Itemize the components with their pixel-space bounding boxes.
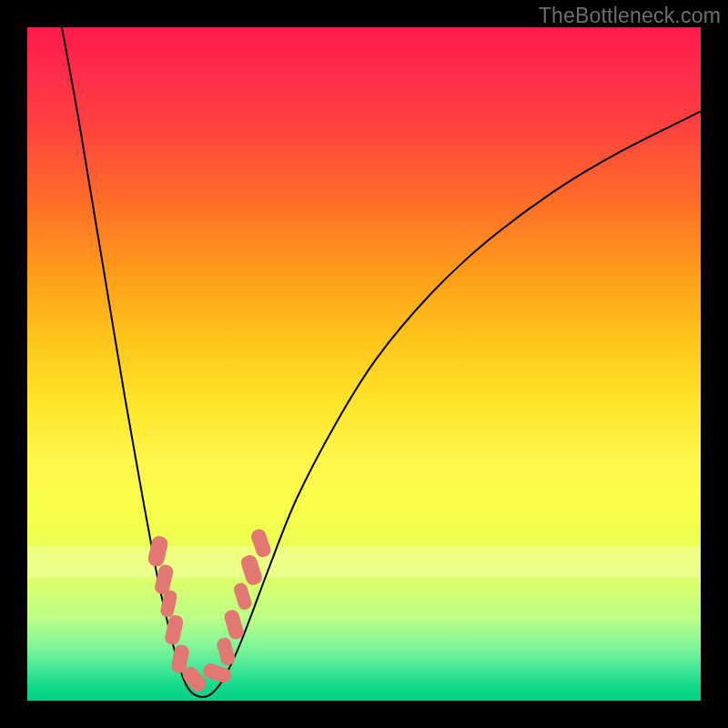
curve-layer xyxy=(27,27,701,701)
watermark-text: TheBottleneck.com xyxy=(539,4,721,28)
chart-stage: TheBottleneck.com xyxy=(0,0,728,728)
bead-marker xyxy=(223,608,246,641)
bottleneck-curve xyxy=(56,27,701,697)
bead-marker xyxy=(216,636,237,666)
bead-marker xyxy=(239,553,264,587)
bead-marker xyxy=(249,527,273,559)
bead-marker xyxy=(232,581,253,612)
plot-area xyxy=(27,27,701,701)
